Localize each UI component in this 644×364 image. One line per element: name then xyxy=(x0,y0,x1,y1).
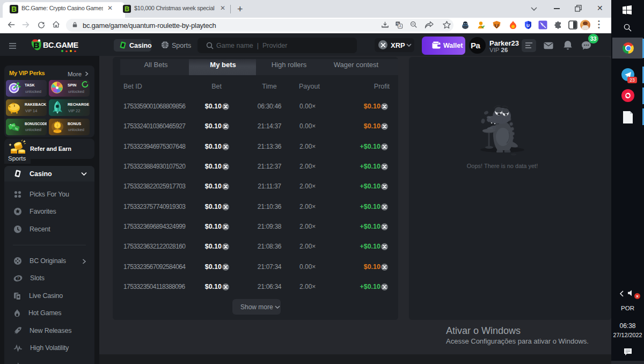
svg-text:7: 7 xyxy=(17,276,19,280)
svg-text:A: A xyxy=(399,24,401,28)
svg-text:U: U xyxy=(526,23,530,28)
